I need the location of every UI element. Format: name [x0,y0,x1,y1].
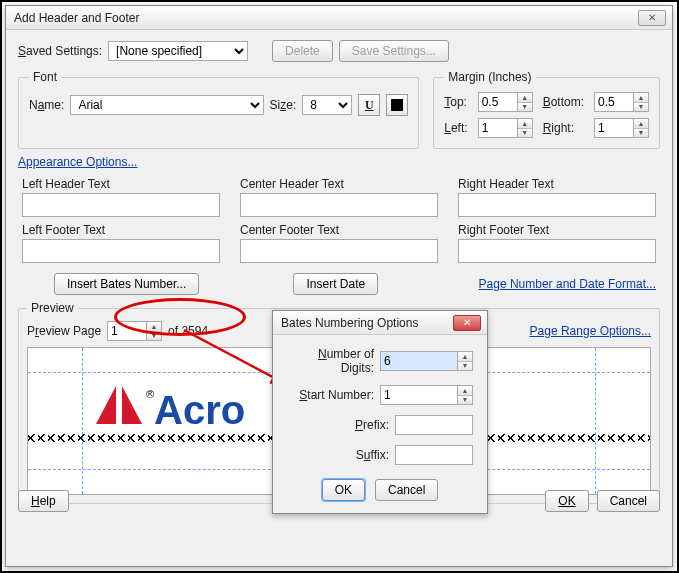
margin-left-label: Left: [444,121,467,135]
cancel-button[interactable]: Cancel [597,490,660,512]
margin-fieldset: Margin (Inches) Top: ▲▼ Bottom: ▲▼ Left:… [433,70,660,149]
dialog-ok-button[interactable]: OK [322,479,365,501]
insert-date-button[interactable]: Insert Date [293,273,378,295]
close-icon[interactable]: ✕ [638,10,666,26]
right-footer-input[interactable] [458,239,656,263]
margin-top-input[interactable] [478,92,518,112]
right-header-input[interactable] [458,193,656,217]
page-number-format-link[interactable]: Page Number and Date Format... [479,277,656,291]
left-footer-input[interactable] [22,239,220,263]
spinner-icon[interactable]: ▲▼ [147,321,162,341]
left-footer-label: Left Footer Text [22,223,220,237]
help-button[interactable]: Help [18,490,69,512]
dialog-titlebar: Bates Numbering Options ✕ [273,311,487,335]
dialog-title: Bates Numbering Options [281,316,453,330]
margin-bottom-label: Bottom: [543,95,584,109]
spinner-icon[interactable]: ▲▼ [518,118,533,138]
suffix-input[interactable] [395,445,473,465]
dialog-cancel-button[interactable]: Cancel [375,479,438,501]
preview-page-label: Preview Page [27,324,101,338]
left-header-input[interactable] [22,193,220,217]
margin-top-label: Top: [444,95,467,109]
main-titlebar: Add Header and Footer ✕ [6,6,672,30]
font-size-label: Size: [270,98,297,112]
right-header-label: Right Header Text [458,177,656,191]
bates-options-dialog: Bates Numbering Options ✕ Number of Digi… [272,310,488,514]
insert-bates-button[interactable]: Insert Bates Number... [54,273,199,295]
saved-settings-label: Saved Settings: [18,44,102,58]
num-digits-input[interactable] [380,351,458,371]
page-range-options-link[interactable]: Page Range Options... [530,324,651,338]
spinner-icon[interactable]: ▲▼ [634,92,649,112]
num-digits-label: Number of Digits: [287,347,374,375]
margin-bottom-input[interactable] [594,92,634,112]
left-header-label: Left Header Text [22,177,220,191]
center-footer-input[interactable] [240,239,438,263]
preview-legend: Preview [27,301,78,315]
saved-settings-select[interactable]: [None specified] [108,41,248,61]
margin-left-input[interactable] [478,118,518,138]
center-header-input[interactable] [240,193,438,217]
start-number-input[interactable] [380,385,458,405]
font-name-select[interactable]: Arial [70,95,263,115]
prefix-input[interactable] [395,415,473,435]
suffix-label: Suffix: [356,448,389,462]
delete-button[interactable]: Delete [272,40,333,62]
preview-page-input[interactable] [107,321,147,341]
preview-text-left: Acro [154,388,245,433]
spinner-icon[interactable]: ▲▼ [634,118,649,138]
dialog-close-icon[interactable]: ✕ [453,315,481,331]
prefix-label: Prefix: [355,418,389,432]
spinner-icon[interactable]: ▲▼ [458,385,473,405]
ok-button[interactable]: OK [545,490,588,512]
center-footer-label: Center Footer Text [240,223,438,237]
spinner-icon[interactable]: ▲▼ [518,92,533,112]
margin-right-input[interactable] [594,118,634,138]
font-fieldset: Font Name: Arial Size: 8 U [18,70,419,149]
start-number-label: Start Number: [299,388,374,402]
spinner-icon[interactable]: ▲▼ [458,351,473,371]
center-header-label: Center Header Text [240,177,438,191]
margin-right-label: Right: [543,121,584,135]
save-settings-button[interactable]: Save Settings... [339,40,449,62]
window-title: Add Header and Footer [14,11,638,25]
underline-icon[interactable]: U [358,94,380,116]
preview-of-pages: of 2594 [168,324,208,338]
margin-legend: Margin (Inches) [444,70,535,84]
adobe-logo-icon: ® [96,386,142,424]
font-legend: Font [29,70,61,84]
appearance-options-link[interactable]: Appearance Options... [18,155,137,169]
font-size-select[interactable]: 8 [302,95,352,115]
text-color-icon[interactable] [386,94,408,116]
right-footer-label: Right Footer Text [458,223,656,237]
font-name-label: Name: [29,98,64,112]
